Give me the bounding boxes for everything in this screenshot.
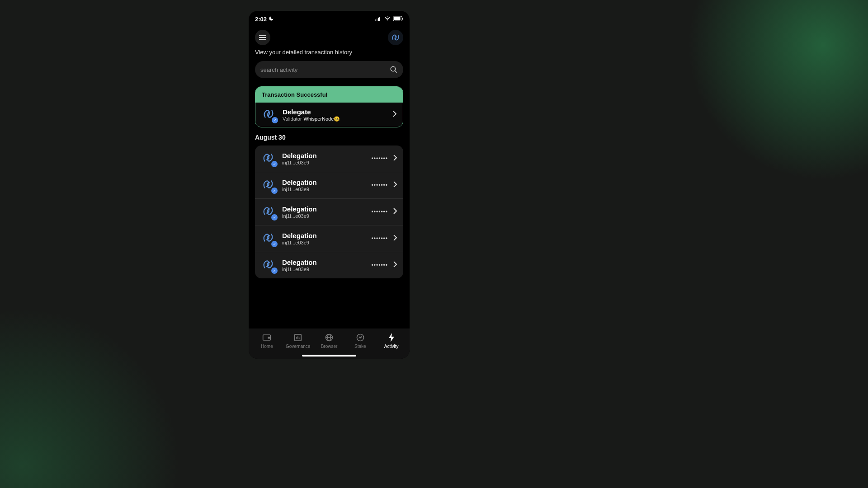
chart-icon bbox=[293, 333, 302, 342]
status-time: 2:02 bbox=[255, 16, 267, 23]
transaction-text: Delegation inj1f...e03e9 bbox=[282, 152, 366, 165]
nav-activity[interactable]: Activity bbox=[376, 333, 407, 349]
chevron-right-icon bbox=[393, 181, 397, 189]
transaction-text: Delegate ValidatorWhisperNode🤐 bbox=[283, 108, 387, 122]
transaction-text: Delegation inj1f...e03e9 bbox=[282, 258, 366, 272]
menu-button[interactable] bbox=[255, 30, 270, 45]
date-section-header: August 30 bbox=[249, 134, 410, 145]
transaction-icon: ✓ bbox=[261, 231, 277, 246]
status-left: 2:02 bbox=[255, 16, 274, 23]
svg-line-12 bbox=[395, 70, 397, 73]
transaction-title: Delegation bbox=[282, 258, 366, 266]
transaction-title: Delegation bbox=[282, 178, 366, 186]
hamburger-icon bbox=[259, 35, 266, 40]
nav-label: Governance bbox=[286, 344, 310, 349]
svg-rect-6 bbox=[394, 17, 401, 20]
nav-label: Activity bbox=[384, 344, 399, 349]
transaction-subtitle: inj1f...e03e9 bbox=[282, 187, 366, 192]
transaction-icon: ✓ bbox=[261, 258, 277, 273]
nav-browser[interactable]: Browser bbox=[314, 333, 345, 349]
background-glow-top-right bbox=[687, 0, 868, 181]
verified-badge-icon: ✓ bbox=[271, 241, 278, 247]
verified-badge-icon: ✓ bbox=[271, 188, 278, 194]
svg-point-4 bbox=[387, 20, 388, 21]
nav-governance[interactable]: Governance bbox=[283, 333, 314, 349]
nav-label: Home bbox=[261, 344, 273, 349]
chevron-right-icon bbox=[393, 111, 396, 119]
wallet-icon bbox=[262, 333, 271, 342]
chevron-right-icon bbox=[393, 235, 397, 243]
status-right bbox=[375, 16, 403, 23]
list-item[interactable]: ✓ Delegation inj1f...e03e9 ••••••• bbox=[255, 172, 403, 199]
svg-rect-2 bbox=[378, 18, 379, 21]
transaction-icon: ✓ bbox=[262, 107, 277, 122]
battery-icon bbox=[393, 16, 403, 23]
list-item[interactable]: ✓ Delegation inj1f...e03e9 ••••••• bbox=[255, 225, 403, 252]
list-item[interactable]: ✓ Delegation inj1f...e03e9 ••••••• bbox=[255, 199, 403, 225]
transaction-amount-hidden: ••••••• bbox=[372, 155, 388, 162]
transaction-title: Delegation bbox=[282, 232, 366, 239]
dnd-moon-icon bbox=[269, 16, 274, 22]
nav-stake[interactable]: Stake bbox=[344, 333, 376, 349]
nav-label: Browser bbox=[321, 344, 338, 349]
validator-label: Validator bbox=[283, 116, 302, 122]
transaction-subtitle: inj1f...e03e9 bbox=[282, 267, 366, 272]
transaction-list: ✓ Delegation inj1f...e03e9 ••••••• ✓ Del… bbox=[255, 145, 403, 278]
banner-title: Transaction Successful bbox=[255, 87, 403, 103]
transaction-amount-hidden: ••••••• bbox=[372, 262, 388, 268]
transaction-amount-hidden: ••••••• bbox=[372, 235, 388, 242]
transaction-text: Delegation inj1f...e03e9 bbox=[282, 205, 366, 219]
svg-rect-3 bbox=[379, 17, 380, 21]
chevron-right-icon bbox=[393, 208, 397, 216]
svg-rect-7 bbox=[402, 18, 403, 20]
page-subtitle: View your detailed transaction history bbox=[249, 49, 410, 61]
svg-rect-14 bbox=[268, 337, 271, 338]
nav-home[interactable]: Home bbox=[251, 333, 283, 349]
svg-point-11 bbox=[391, 66, 396, 71]
search-icon bbox=[390, 66, 398, 74]
transaction-icon: ✓ bbox=[261, 178, 277, 193]
chevron-right-icon bbox=[393, 155, 397, 163]
list-item[interactable]: ✓ Delegation inj1f...e03e9 ••••••• bbox=[255, 145, 403, 172]
nav-label: Stake bbox=[354, 344, 366, 349]
signal-icon bbox=[375, 16, 382, 23]
home-indicator[interactable] bbox=[249, 352, 410, 359]
transaction-subtitle: inj1f...e03e9 bbox=[282, 213, 366, 219]
svg-rect-1 bbox=[377, 19, 377, 21]
transaction-success-banner: Transaction Successful ✓ Delegate Valida… bbox=[255, 86, 403, 127]
transaction-title: Delegate bbox=[283, 108, 387, 116]
transaction-icon: ✓ bbox=[261, 151, 277, 166]
transaction-title: Delegation bbox=[282, 205, 366, 213]
background-glow-bottom-left bbox=[0, 307, 181, 488]
banner-transaction-row[interactable]: ✓ Delegate ValidatorWhisperNode🤐 bbox=[255, 103, 403, 127]
transaction-subtitle: inj1f...e03e9 bbox=[282, 160, 366, 165]
globe-icon bbox=[325, 333, 334, 342]
status-bar: 2:02 bbox=[249, 14, 410, 24]
transaction-amount-hidden: ••••••• bbox=[372, 182, 388, 188]
search-input[interactable] bbox=[260, 66, 390, 73]
bolt-icon bbox=[387, 333, 396, 342]
phone-frame: 2:02 View your det bbox=[249, 11, 410, 359]
transaction-subtitle: inj1f...e03e9 bbox=[282, 240, 366, 245]
stake-icon bbox=[356, 333, 365, 342]
transaction-subtitle: ValidatorWhisperNode🤐 bbox=[283, 116, 387, 122]
validator-name: WhisperNode🤐 bbox=[304, 116, 340, 122]
transaction-text: Delegation inj1f...e03e9 bbox=[282, 232, 366, 245]
transaction-title: Delegation bbox=[282, 152, 366, 160]
svg-rect-0 bbox=[375, 19, 376, 21]
search-field[interactable] bbox=[255, 61, 403, 78]
bottom-navigation: Home Governance Browser Stake Activity bbox=[249, 328, 410, 352]
transaction-icon: ✓ bbox=[261, 204, 277, 220]
app-header bbox=[249, 24, 410, 49]
verified-badge-icon: ✓ bbox=[271, 267, 278, 274]
chevron-right-icon bbox=[393, 261, 397, 269]
injective-logo-icon bbox=[391, 33, 401, 42]
transaction-amount-hidden: ••••••• bbox=[372, 209, 388, 215]
verified-badge-icon: ✓ bbox=[271, 214, 278, 221]
wifi-icon bbox=[384, 16, 391, 23]
app-logo[interactable] bbox=[388, 30, 403, 45]
verified-badge-icon: ✓ bbox=[271, 161, 278, 167]
verified-badge-icon: ✓ bbox=[272, 117, 278, 123]
transaction-text: Delegation inj1f...e03e9 bbox=[282, 178, 366, 192]
list-item[interactable]: ✓ Delegation inj1f...e03e9 ••••••• bbox=[255, 252, 403, 278]
